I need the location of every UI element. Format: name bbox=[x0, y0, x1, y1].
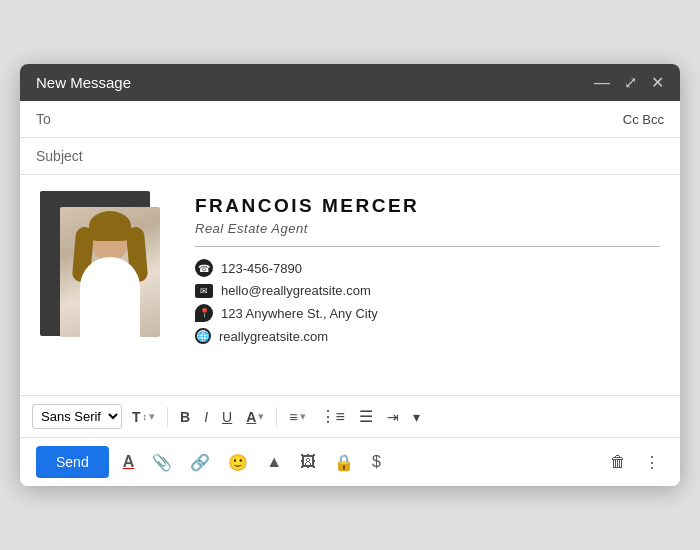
website-icon: 🌐 bbox=[195, 328, 211, 344]
font-size-chevron: ▾ bbox=[149, 410, 155, 423]
lock-icon: 🔒 bbox=[334, 454, 354, 471]
body-area[interactable]: FRANCOIS MERCER Real Estate Agent ☎ 123-… bbox=[20, 175, 680, 395]
to-input[interactable] bbox=[76, 111, 615, 127]
bottom-bar: Send A 📎 🔗 🙂 ▲ 🖼 🔒 $ 🗑 ⋮ bbox=[20, 437, 680, 486]
close-button[interactable]: ✕ bbox=[651, 75, 664, 91]
image-button[interactable]: 🖼 bbox=[296, 449, 320, 475]
signature-name: FRANCOIS MERCER bbox=[195, 195, 660, 217]
text-color-bottom-button[interactable]: A bbox=[119, 449, 139, 475]
indent-icon: ⇥ bbox=[387, 409, 399, 425]
signature-info: FRANCOIS MERCER Real Estate Agent ☎ 123-… bbox=[195, 191, 660, 344]
toolbar-sep-2 bbox=[276, 407, 277, 427]
hair-left bbox=[72, 226, 95, 282]
signature-title: Real Estate Agent bbox=[195, 221, 660, 236]
italic-icon: I bbox=[204, 409, 208, 425]
contact-phone: ☎ 123-456-7890 bbox=[195, 259, 660, 277]
website-value: reallygreatsite.com bbox=[219, 329, 328, 344]
emoji-button[interactable]: 🙂 bbox=[224, 449, 252, 476]
align-button[interactable]: ≡ ▾ bbox=[285, 406, 309, 428]
contact-website: 🌐 reallygreatsite.com bbox=[195, 328, 660, 344]
dollar-icon: $ bbox=[372, 453, 381, 470]
hair bbox=[89, 211, 131, 241]
address-value: 123 Anywhere St., Any City bbox=[221, 306, 378, 321]
location-icon: 📍 bbox=[195, 304, 213, 322]
toolbar-sep-1 bbox=[167, 407, 168, 427]
to-row: To Cc Bcc bbox=[20, 101, 680, 138]
link-button[interactable]: 🔗 bbox=[186, 449, 214, 476]
font-size-button[interactable]: T↕ ▾ bbox=[128, 406, 159, 428]
underline-button[interactable]: U bbox=[218, 406, 236, 428]
font-size-icon: T bbox=[132, 409, 141, 425]
subject-row: Subject bbox=[20, 138, 680, 175]
numbered-list-button[interactable]: ⋮≡ bbox=[316, 404, 349, 429]
titlebar: New Message — ⤢ ✕ bbox=[20, 64, 680, 101]
to-label: To bbox=[36, 111, 76, 127]
dollar-button[interactable]: $ bbox=[368, 449, 385, 475]
emoji-icon: 🙂 bbox=[228, 454, 248, 471]
underline-icon: U bbox=[222, 409, 232, 425]
image-icon: 🖼 bbox=[300, 453, 316, 470]
lock-button[interactable]: 🔒 bbox=[330, 449, 358, 476]
email-icon: ✉ bbox=[195, 284, 213, 298]
email-compose-window: New Message — ⤢ ✕ To Cc Bcc Subject bbox=[20, 64, 680, 486]
person-silhouette bbox=[60, 207, 160, 337]
font-color-button[interactable]: A ▾ bbox=[242, 406, 268, 428]
formatting-toolbar: Sans Serif T↕ ▾ B I U A ▾ ≡ ▾ ⋮≡ ☰ bbox=[20, 395, 680, 437]
align-chevron: ▾ bbox=[300, 410, 306, 423]
more-options-button[interactable]: ⋮ bbox=[640, 449, 664, 476]
maximize-button[interactable]: ⤢ bbox=[624, 75, 637, 91]
phone-value: 123-456-7890 bbox=[221, 261, 302, 276]
cc-bcc-button[interactable]: Cc Bcc bbox=[623, 112, 664, 127]
delete-button[interactable]: 🗑 bbox=[606, 449, 630, 475]
signature-photo-block bbox=[40, 191, 175, 321]
titlebar-controls: — ⤢ ✕ bbox=[594, 75, 664, 91]
more-options-icon: ⋮ bbox=[644, 454, 660, 471]
attach-button[interactable]: 📎 bbox=[148, 449, 176, 476]
minimize-button[interactable]: — bbox=[594, 75, 610, 91]
window-title: New Message bbox=[36, 74, 131, 91]
align-icon: ≡ bbox=[289, 409, 297, 425]
more-formatting-button[interactable]: ▾ bbox=[409, 406, 424, 428]
signature-divider bbox=[195, 246, 660, 247]
text-color-bottom-icon: A bbox=[123, 453, 135, 470]
drive-icon: ▲ bbox=[266, 453, 282, 470]
drive-button[interactable]: ▲ bbox=[262, 449, 286, 475]
email-value: hello@reallygreatsite.com bbox=[221, 283, 371, 298]
attach-icon: 📎 bbox=[152, 454, 172, 471]
bold-button[interactable]: B bbox=[176, 406, 194, 428]
hair-right bbox=[126, 226, 149, 282]
bullet-list-icon: ☰ bbox=[359, 407, 373, 426]
more-formatting-icon: ▾ bbox=[413, 409, 420, 425]
subject-input[interactable] bbox=[83, 148, 664, 164]
font-family-select[interactable]: Sans Serif bbox=[32, 404, 122, 429]
link-icon: 🔗 bbox=[190, 454, 210, 471]
send-button[interactable]: Send bbox=[36, 446, 109, 478]
contact-email: ✉ hello@reallygreatsite.com bbox=[195, 283, 660, 298]
subject-label: Subject bbox=[36, 148, 83, 164]
numbered-list-icon: ⋮≡ bbox=[320, 407, 345, 426]
bold-icon: B bbox=[180, 409, 190, 425]
phone-icon: ☎ bbox=[195, 259, 213, 277]
contact-address: 📍 123 Anywhere St., Any City bbox=[195, 304, 660, 322]
signature-card: FRANCOIS MERCER Real Estate Agent ☎ 123-… bbox=[40, 191, 660, 344]
font-color-icon: A bbox=[246, 409, 256, 425]
bullet-list-button[interactable]: ☰ bbox=[355, 404, 377, 429]
signature-photo bbox=[60, 207, 160, 337]
font-color-chevron: ▾ bbox=[258, 410, 264, 423]
indent-button[interactable]: ⇥ bbox=[383, 406, 403, 428]
italic-button[interactable]: I bbox=[200, 406, 212, 428]
delete-icon: 🗑 bbox=[610, 453, 626, 470]
signature-contacts: ☎ 123-456-7890 ✉ hello@reallygreatsite.c… bbox=[195, 259, 660, 344]
